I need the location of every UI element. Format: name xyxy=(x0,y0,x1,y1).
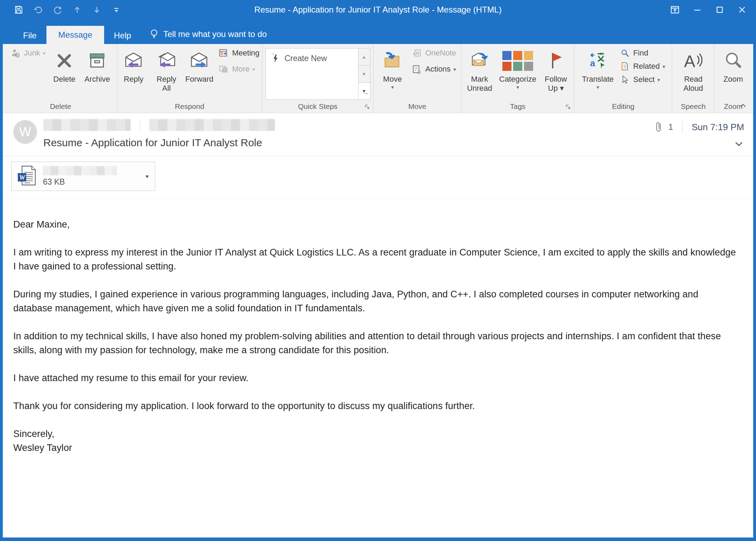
move-icon xyxy=(382,49,402,73)
minimize-button[interactable] xyxy=(686,0,708,20)
titlebar: Resume - Application for Junior IT Analy… xyxy=(3,0,753,20)
word-document-icon: W xyxy=(16,165,38,188)
avatar-initial: W xyxy=(19,125,31,139)
undo-icon[interactable] xyxy=(33,5,43,15)
read-aloud-button[interactable]: A Read Aloud xyxy=(677,46,709,94)
quick-steps-dialog-launcher-icon[interactable] xyxy=(365,104,370,110)
collapse-ribbon-icon[interactable] xyxy=(739,103,747,109)
ribbon-group-zoom: Zoom Zoom xyxy=(714,44,752,113)
related-caret-icon: ▾ xyxy=(662,64,665,69)
archive-label: Archive xyxy=(85,75,110,84)
translate-button[interactable]: a Translate ▾ xyxy=(579,46,617,90)
archive-button[interactable]: Archive xyxy=(81,46,113,84)
delete-label: Delete xyxy=(53,75,76,84)
categorize-button[interactable]: Categorize ▾ xyxy=(496,46,539,90)
outlook-message-window: Resume - Application for Junior IT Analy… xyxy=(0,0,756,541)
next-item-icon[interactable] xyxy=(92,5,102,15)
reply-all-button[interactable]: Reply All xyxy=(150,46,182,94)
create-new-icon xyxy=(270,53,281,65)
collapse-header-chevron-icon[interactable] xyxy=(734,141,744,147)
previous-item-icon[interactable] xyxy=(72,5,82,15)
ribbon-group-quick-steps: Create New ▲ ▼ ▼̲ Quick Steps xyxy=(262,44,374,113)
redo-icon[interactable] xyxy=(52,5,63,15)
quick-steps-gallery: Create New ▲ ▼ ▼̲ xyxy=(266,48,370,100)
attachment-dropdown-icon[interactable]: ▾ xyxy=(144,173,150,180)
attachment-card[interactable]: W 63 KB ▾ xyxy=(11,162,155,191)
gallery-scroll-up-icon[interactable]: ▲ xyxy=(358,49,370,66)
close-button[interactable] xyxy=(731,0,753,20)
reply-button[interactable]: Reply xyxy=(117,46,150,84)
reply-label: Reply xyxy=(124,75,143,84)
zoom-label: Zoom xyxy=(724,75,743,84)
move-group-label: Move xyxy=(408,102,426,111)
create-new-quick-step[interactable]: Create New xyxy=(270,53,354,65)
reply-all-label: Reply All xyxy=(157,75,176,93)
onenote-label: OneNote xyxy=(425,49,456,58)
maximize-button[interactable] xyxy=(708,0,731,20)
translate-icon: a xyxy=(588,49,608,73)
gallery-scroll-down-icon[interactable]: ▼ xyxy=(358,66,370,83)
delete-group-label: Delete xyxy=(50,102,71,111)
actions-label: Actions xyxy=(425,65,450,74)
email-body: Dear Maxine,I am writing to express my i… xyxy=(3,198,753,538)
customize-qat-icon[interactable] xyxy=(111,5,122,15)
move-button[interactable]: Move ▾ xyxy=(376,46,408,90)
meeting-button[interactable]: Meeting xyxy=(218,47,259,59)
junk-button[interactable]: Junk ▾ xyxy=(10,47,45,59)
actions-icon xyxy=(411,64,422,75)
translate-label: Translate xyxy=(582,75,614,84)
find-button[interactable]: Find xyxy=(619,47,665,59)
select-button[interactable]: Select ▾ xyxy=(619,74,665,85)
tab-file[interactable]: File xyxy=(13,27,46,44)
meeting-label: Meeting xyxy=(232,49,259,58)
quick-steps-scrollbar: ▲ ▼ ▼̲ xyxy=(358,49,370,99)
attachment-size: 63 KB xyxy=(43,177,144,187)
sender-avatar[interactable]: W xyxy=(13,120,37,144)
meeting-icon xyxy=(218,47,229,59)
actions-button[interactable]: Actions ▾ xyxy=(411,64,456,75)
editing-group-label: Editing xyxy=(612,102,634,111)
move-label: Move xyxy=(383,75,402,84)
received-time: Sun 7:19 PM xyxy=(692,122,744,133)
reply-all-icon xyxy=(156,49,177,73)
tell-me-box[interactable]: Tell me what you want to do xyxy=(141,24,275,44)
related-icon xyxy=(619,61,631,72)
header-divider xyxy=(140,119,140,131)
more-respond-button[interactable]: More ▾ xyxy=(218,64,259,75)
save-icon[interactable] xyxy=(13,5,24,15)
archive-icon xyxy=(87,49,107,73)
header-vertical-divider xyxy=(682,121,683,133)
read-aloud-icon: A xyxy=(683,49,704,73)
attachment-filename-redacted xyxy=(43,166,117,175)
reply-icon xyxy=(123,49,144,73)
mark-unread-icon xyxy=(470,49,490,73)
svg-text:A: A xyxy=(684,52,695,71)
tab-help[interactable]: Help xyxy=(104,27,141,44)
ribbon-display-options-icon[interactable] xyxy=(664,0,686,20)
recipient-redacted xyxy=(149,119,275,131)
svg-text:a: a xyxy=(590,58,595,68)
read-aloud-label: Read Aloud xyxy=(683,75,703,93)
more-respond-label: More xyxy=(232,65,249,74)
related-label: Related xyxy=(633,62,660,71)
follow-up-button[interactable]: Follow Up ▾ xyxy=(540,46,572,94)
find-icon xyxy=(619,47,631,59)
ribbon-group-respond: Reply Reply All Forward xyxy=(117,44,262,113)
quick-steps-group-label: Quick Steps xyxy=(298,102,337,111)
translate-caret-icon: ▾ xyxy=(596,84,599,90)
body-paragraph: I have attached my resume to this email … xyxy=(13,371,739,385)
find-label: Find xyxy=(633,49,648,58)
ribbon-group-speech: A Read Aloud Speech xyxy=(672,44,714,113)
move-caret-icon: ▾ xyxy=(391,84,394,90)
delete-button[interactable]: Delete xyxy=(48,46,80,84)
tags-dialog-launcher-icon[interactable] xyxy=(566,104,571,110)
tab-message[interactable]: Message xyxy=(46,26,104,44)
gallery-more-icon[interactable]: ▼̲ xyxy=(358,83,370,99)
mark-unread-button[interactable]: Mark Unread xyxy=(464,46,496,94)
sender-name-redacted xyxy=(43,119,131,131)
onenote-button[interactable]: N OneNote xyxy=(411,47,456,59)
ribbon-group-move: Move ▾ N OneNote Actions xyxy=(373,44,461,113)
zoom-button[interactable]: Zoom xyxy=(717,46,749,84)
related-button[interactable]: Related ▾ xyxy=(619,61,665,72)
forward-button[interactable]: Forward xyxy=(183,46,215,84)
